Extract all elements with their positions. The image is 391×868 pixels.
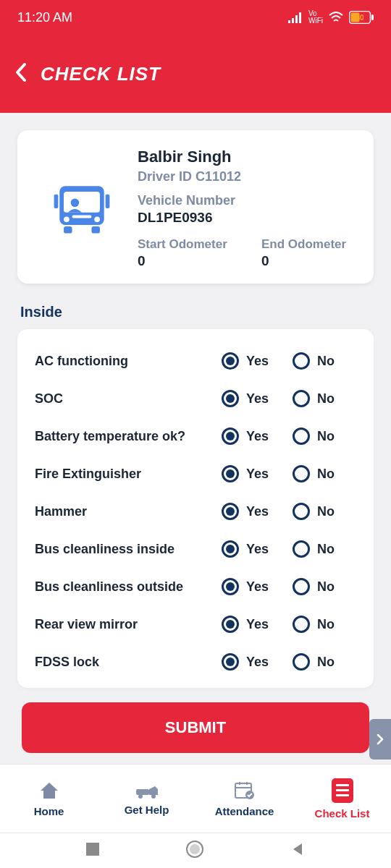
app-header: CHECK LIST: [0, 35, 391, 113]
svg-point-14: [64, 217, 70, 223]
svg-point-20: [151, 794, 156, 799]
side-expand-button[interactable]: [369, 719, 391, 760]
bottom-tabs: Home Get Help Attendance Check List: [0, 764, 391, 833]
radio-no[interactable]: [293, 616, 310, 633]
radio-yes[interactable]: [222, 390, 239, 407]
option-no[interactable]: No: [293, 465, 356, 482]
help-icon: [135, 782, 159, 799]
svg-rect-26: [86, 843, 99, 856]
radio-no[interactable]: [293, 465, 310, 482]
nav-recent-icon[interactable]: [86, 843, 99, 859]
svg-point-28: [190, 844, 200, 854]
vehicle-number: DL1PE0936: [138, 210, 356, 226]
vehicle-number-label: Vehicle Number: [138, 193, 356, 208]
checklist-item-label: AC functioning: [35, 354, 214, 369]
option-yes[interactable]: Yes: [222, 390, 285, 407]
end-odometer-value: 0: [261, 253, 356, 269]
option-yes-label: Yes: [246, 579, 269, 595]
checklist-item-label: Bus cleanliness inside: [35, 542, 214, 557]
svg-text:40: 40: [356, 14, 364, 22]
option-no[interactable]: No: [293, 352, 356, 370]
option-yes-label: Yes: [246, 354, 269, 369]
radio-no[interactable]: [293, 352, 310, 370]
status-time: 11:20 AM: [17, 10, 72, 25]
radio-no[interactable]: [293, 653, 310, 671]
option-no-label: No: [317, 655, 335, 670]
radio-yes[interactable]: [222, 540, 239, 558]
option-no[interactable]: No: [293, 578, 356, 595]
svg-rect-12: [106, 195, 110, 208]
radio-no[interactable]: [293, 503, 310, 520]
option-no[interactable]: No: [293, 653, 356, 671]
option-yes-label: Yes: [246, 429, 269, 444]
option-yes[interactable]: Yes: [222, 427, 285, 445]
checklist-row: Rear view mirrorYesNo: [35, 605, 356, 643]
driver-card: Balbir Singh Driver ID C11012 Vehicle Nu…: [17, 130, 374, 284]
svg-rect-6: [371, 14, 374, 20]
radio-no[interactable]: [293, 540, 310, 558]
radio-no[interactable]: [293, 578, 310, 595]
tab-get-help[interactable]: Get Help: [98, 782, 196, 816]
option-yes-label: Yes: [246, 467, 269, 482]
nav-home-icon[interactable]: [185, 840, 204, 861]
checklist-row: Fire ExtinguisherYesNo: [35, 455, 356, 493]
radio-yes[interactable]: [222, 465, 239, 482]
status-bar: 11:20 AM VoWiFi 40: [0, 0, 391, 35]
system-nav-bar: [0, 833, 391, 868]
option-no[interactable]: No: [293, 503, 356, 520]
option-no[interactable]: No: [293, 390, 356, 407]
svg-rect-17: [91, 226, 100, 234]
radio-no[interactable]: [293, 390, 310, 407]
back-icon[interactable]: [14, 62, 28, 86]
option-yes-label: Yes: [246, 655, 269, 670]
option-yes[interactable]: Yes: [222, 653, 285, 671]
option-no-label: No: [317, 391, 335, 407]
radio-yes[interactable]: [222, 616, 239, 633]
svg-rect-13: [72, 216, 92, 218]
option-no[interactable]: No: [293, 427, 356, 445]
wifi-icon: [329, 12, 343, 23]
svg-point-15: [94, 217, 100, 223]
submit-button[interactable]: SUBMIT: [22, 702, 369, 753]
driver-id: Driver ID C11012: [138, 169, 356, 184]
svg-rect-11: [54, 195, 59, 208]
option-no[interactable]: No: [293, 616, 356, 633]
driver-name: Balbir Singh: [138, 148, 356, 166]
checklist-item-label: FDSS lock: [35, 655, 214, 670]
svg-rect-0: [288, 20, 290, 23]
option-yes-label: Yes: [246, 617, 269, 632]
start-odometer-label: Start Odometer: [138, 237, 232, 252]
radio-no[interactable]: [293, 427, 310, 445]
checklist-row: SOCYesNo: [35, 380, 356, 417]
option-yes[interactable]: Yes: [222, 465, 285, 482]
svg-rect-2: [295, 15, 298, 23]
svg-rect-16: [64, 226, 72, 234]
start-odometer-value: 0: [138, 253, 232, 269]
checklist-row: Bus cleanliness insideYesNo: [35, 530, 356, 568]
tab-home[interactable]: Home: [0, 780, 98, 817]
nav-back-icon[interactable]: [290, 842, 305, 859]
battery-icon: 40: [349, 11, 374, 24]
option-yes[interactable]: Yes: [222, 616, 285, 633]
radio-yes[interactable]: [222, 503, 239, 520]
option-no-label: No: [317, 542, 335, 557]
radio-yes[interactable]: [222, 653, 239, 671]
tab-attendance[interactable]: Attendance: [196, 780, 293, 817]
checklist-row: AC functioningYesNo: [35, 342, 356, 380]
option-yes[interactable]: Yes: [222, 578, 285, 595]
option-yes[interactable]: Yes: [222, 503, 285, 520]
checklist-row: Bus cleanliness outsideYesNo: [35, 568, 356, 605]
option-no[interactable]: No: [293, 540, 356, 558]
option-yes[interactable]: Yes: [222, 352, 285, 370]
radio-yes[interactable]: [222, 427, 239, 445]
option-yes-label: Yes: [246, 542, 269, 557]
radio-yes[interactable]: [222, 352, 239, 370]
tab-home-label: Home: [34, 805, 64, 817]
option-yes[interactable]: Yes: [222, 540, 285, 558]
option-no-label: No: [317, 467, 335, 482]
radio-yes[interactable]: [222, 578, 239, 595]
tab-help-label: Get Help: [125, 804, 169, 816]
home-icon: [39, 780, 59, 801]
section-inside-label: Inside: [20, 304, 371, 320]
tab-check-list[interactable]: Check List: [293, 778, 391, 820]
